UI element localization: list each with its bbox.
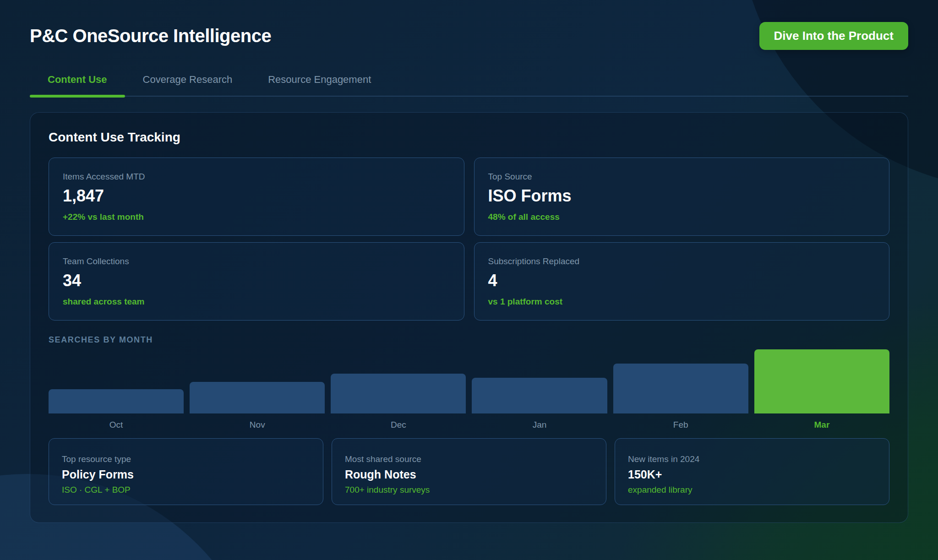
stat-note: vs 1 platform cost (488, 297, 876, 307)
content-panel: Content Use Tracking Items Accessed MTD … (30, 112, 908, 523)
stat-label: Top Source (488, 172, 876, 182)
stat-card-team-collections: Team Collections 34 shared across team (49, 242, 464, 321)
dive-into-product-button[interactable]: Dive Into the Product (759, 22, 908, 50)
bar-label-mar: Mar (754, 420, 889, 430)
page-title: P&C OneSource Intelligence (30, 26, 271, 46)
dashboard-page: P&C OneSource Intelligence Dive Into the… (0, 0, 938, 523)
tab-resource-engagement[interactable]: Resource Engagement (250, 68, 389, 96)
bar-feb (613, 364, 748, 413)
tab-coverage-research[interactable]: Coverage Research (125, 68, 251, 96)
info-note: ISO · CGL + BOP (62, 485, 310, 495)
stat-label: Team Collections (63, 256, 450, 266)
tab-content-use[interactable]: Content Use (30, 68, 125, 96)
bar-label-dec: Dec (331, 420, 466, 430)
stat-value: 34 (63, 271, 450, 290)
bar-label-jan: Jan (472, 420, 607, 430)
tab-bar: Content Use Coverage Research Resource E… (30, 68, 908, 97)
stat-value: 4 (488, 271, 876, 290)
stat-note: shared across team (63, 297, 450, 307)
stat-value: ISO Forms (488, 186, 876, 206)
info-value: 150K+ (628, 468, 876, 481)
stat-card-items-accessed: Items Accessed MTD 1,847 +22% vs last mo… (49, 158, 464, 236)
stat-card-subscriptions-replaced: Subscriptions Replaced 4 vs 1 platform c… (474, 242, 890, 321)
stat-note: +22% vs last month (63, 212, 450, 222)
panel-heading: Content Use Tracking (49, 130, 889, 145)
bar-label-oct: Oct (49, 420, 184, 430)
chart-heading: SEARCHES BY MONTH (49, 335, 889, 345)
bar-dec (331, 374, 466, 413)
stat-note: 48% of all access (488, 212, 876, 222)
stat-value: 1,847 (63, 186, 450, 206)
info-card-new-items: New items in 2024 150K+ expanded library (615, 438, 889, 505)
info-label: New items in 2024 (628, 454, 876, 464)
bar-nov (190, 382, 325, 413)
info-card-top-resource-type: Top resource type Policy Forms ISO · CGL… (49, 438, 323, 505)
bar-label-feb: Feb (613, 420, 748, 430)
info-card-most-shared-source: Most shared source Rough Notes 700+ indu… (332, 438, 606, 505)
bar-jan (472, 378, 607, 413)
bar-chart-labels: OctNovDecJanFebMar (49, 420, 889, 430)
stat-label: Items Accessed MTD (63, 172, 450, 182)
info-note: 700+ industry surveys (345, 485, 593, 495)
info-label: Most shared source (345, 454, 593, 464)
stat-label: Subscriptions Replaced (488, 256, 876, 266)
info-label: Top resource type (62, 454, 310, 464)
info-value: Policy Forms (62, 468, 310, 481)
info-card-grid: Top resource type Policy Forms ISO · CGL… (49, 438, 889, 505)
stat-card-grid: Items Accessed MTD 1,847 +22% vs last mo… (49, 158, 889, 321)
stat-card-top-source: Top Source ISO Forms 48% of all access (474, 158, 890, 236)
bar-mar (754, 349, 889, 413)
bar-label-nov: Nov (190, 420, 325, 430)
info-value: Rough Notes (345, 468, 593, 481)
info-note: expanded library (628, 485, 876, 495)
bar-oct (49, 389, 184, 413)
header: P&C OneSource Intelligence Dive Into the… (30, 22, 908, 50)
bar-chart (49, 349, 889, 413)
